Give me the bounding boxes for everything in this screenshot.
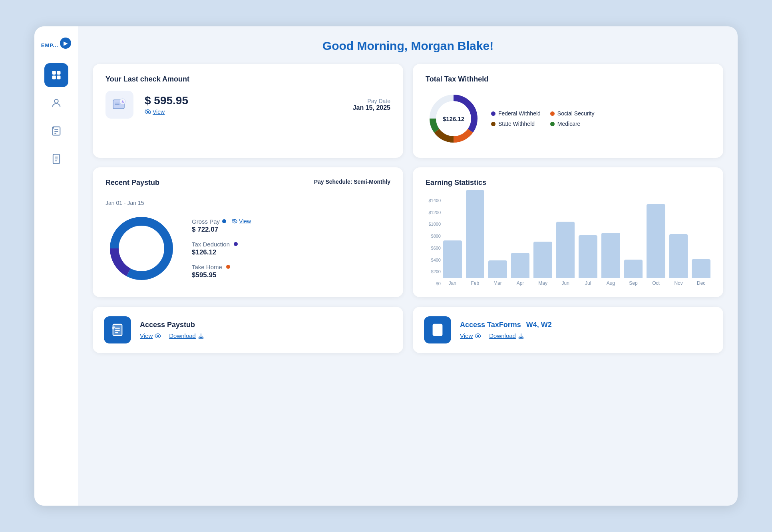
bar-label-nov: Nov: [674, 280, 682, 286]
bar-chart-container: $1400 $1200 $1000 $800 $600 $400 $200 $0…: [426, 198, 710, 286]
chart-row: $1400 $1200 $1000 $800 $600 $400 $200 $0…: [426, 198, 710, 286]
last-check-card: Your Last check Amount $ $ 595.95: [93, 64, 403, 158]
bar-col-jan: Jan: [443, 240, 462, 286]
svg-point-38: [157, 335, 159, 337]
greeting-text: Good Morning,: [322, 39, 411, 52]
bar-label-sep: Sep: [629, 280, 637, 286]
bar-col-may: May: [533, 242, 552, 286]
tax-deduction-label-row: Tax Deduction: [192, 241, 390, 248]
eye-icon: [145, 109, 151, 115]
pay-date-value: Jan 15, 2025: [353, 104, 390, 111]
svg-rect-0: [52, 71, 56, 75]
taxforms-view-link[interactable]: View: [460, 332, 481, 339]
gross-pay-view-link[interactable]: View: [232, 218, 251, 224]
bar-col-sep: Sep: [624, 260, 643, 286]
svg-point-44: [477, 335, 479, 337]
access-paystub-title: Access Paystub: [140, 321, 204, 329]
y-axis-labels: $1400 $1200 $1000 $800 $600 $400 $200 $0: [426, 198, 443, 286]
gross-pay-dot: [222, 219, 226, 223]
bar-col-nov: Nov: [669, 234, 688, 286]
bar-aug: [601, 233, 620, 278]
medicare-dot: [550, 122, 555, 126]
bar-col-oct: Oct: [647, 204, 665, 286]
donut-center-amount: $126.12: [443, 115, 464, 122]
bar-label-oct: Oct: [652, 280, 660, 286]
pay-schedule-label: Pay Schedule:: [314, 179, 352, 185]
takehome-label: Take Home: [192, 264, 222, 270]
bar-label-may: May: [538, 280, 547, 286]
tax-deduction-value: $126.12: [192, 248, 390, 256]
bar-label-feb: Feb: [471, 280, 480, 286]
access-taxforms-card: Access TaxForms W4, W2 View Download: [413, 307, 723, 353]
takehome-value: $595.95: [192, 271, 390, 279]
bar-chart-area: JanFebMarAprMayJunJulAugSepOctNovDec: [443, 198, 710, 286]
social-security-label: Social Security: [557, 110, 595, 117]
gross-pay-label: Gross Pay: [192, 218, 220, 225]
gross-pay-detail: Gross Pay View $ 722.07: [192, 218, 390, 234]
sidebar-item-documents[interactable]: [44, 147, 68, 171]
app-container: EMP... ▶: [34, 26, 738, 506]
takehome-dot: [226, 265, 230, 269]
state-dot: [491, 122, 495, 126]
check-amount: $ 595.95 View: [145, 94, 342, 115]
takehome-detail: Take Home $595.95: [192, 264, 390, 279]
svg-rect-32: [113, 324, 122, 335]
main-content: Good Morning, Morgan Blake! Your Last ch…: [78, 26, 738, 506]
bar-col-jul: Jul: [579, 235, 597, 286]
paystub-view-link[interactable]: View: [140, 332, 161, 339]
tax-withheld-card: Total Tax Withheld: [413, 64, 723, 158]
svg-text:$: $: [121, 100, 123, 104]
paystub-title: Recent Paystub: [105, 179, 159, 187]
federal-label: Federal Withheld: [498, 110, 541, 117]
sidebar-item-reports[interactable]: [44, 119, 68, 143]
bar-col-apr: Apr: [511, 253, 530, 286]
paystub-header: Recent Paystub Pay Schedule: Semi-Monthl…: [105, 179, 390, 194]
gross-pay-value: $ 722.07: [192, 226, 390, 234]
bar-nov: [669, 234, 688, 278]
bar-label-dec: Dec: [697, 280, 705, 286]
bar-label-mar: Mar: [493, 280, 502, 286]
user-name: Morgan Blake!: [411, 39, 493, 52]
paystub-download-label: Download: [169, 332, 196, 339]
sidebar: EMP... ▶: [34, 26, 78, 506]
tax-withheld-inner: $126.12 Federal Withheld Social Security: [426, 91, 710, 147]
eye-icon-gross: [232, 218, 237, 224]
bar-oct: [647, 204, 665, 278]
taxforms-access-icon: [431, 323, 444, 337]
paystub-donut-svg: [105, 212, 177, 284]
takehome-label-row: Take Home: [192, 264, 390, 270]
sidebar-logo-text: EMP...: [41, 42, 58, 48]
bar-label-jan: Jan: [449, 280, 456, 286]
paystub-date-range: Jan 01 - Jan 15: [105, 200, 390, 206]
last-check-title: Your Last check Amount: [105, 75, 390, 83]
legend-state: State Withheld: [491, 121, 541, 127]
pay-schedule: Pay Schedule: Semi-Monthly: [314, 179, 390, 185]
sidebar-item-dashboard[interactable]: [44, 63, 68, 87]
page-header: Good Morning, Morgan Blake!: [93, 39, 723, 54]
bar-jan: [443, 240, 462, 278]
bar-col-aug: Aug: [601, 233, 620, 286]
access-taxforms-info: Access TaxForms W4, W2 View Download: [460, 321, 552, 339]
bar-col-mar: Mar: [488, 260, 507, 286]
bar-label-aug: Aug: [607, 280, 615, 286]
taxforms-download-link[interactable]: Download: [489, 332, 524, 339]
paystub-download-link[interactable]: Download: [169, 332, 204, 339]
bar-feb: [466, 190, 485, 278]
svg-rect-45: [519, 337, 523, 338]
tax-donut-chart: $126.12: [426, 91, 482, 147]
svg-rect-2: [52, 75, 56, 79]
taxforms-eye-icon: [475, 333, 481, 339]
sidebar-item-profile[interactable]: [44, 91, 68, 115]
amount-value: $ 595.95: [145, 94, 342, 107]
recent-paystub-card: Recent Paystub Pay Schedule: Semi-Monthl…: [93, 167, 403, 297]
paystub-details: Gross Pay View $ 722.07 Ta: [192, 218, 390, 279]
pay-date-label: Pay Date: [353, 98, 390, 104]
paystub-download-icon: [198, 333, 204, 339]
view-check-link[interactable]: View: [145, 109, 342, 115]
sidebar-toggle-button[interactable]: ▶: [60, 38, 71, 49]
bar-sep: [624, 260, 643, 278]
bar-col-dec: Dec: [692, 259, 710, 286]
bar-jul: [579, 235, 597, 278]
legend-federal: Federal Withheld: [491, 110, 541, 117]
bar-label-jul: Jul: [585, 280, 591, 286]
